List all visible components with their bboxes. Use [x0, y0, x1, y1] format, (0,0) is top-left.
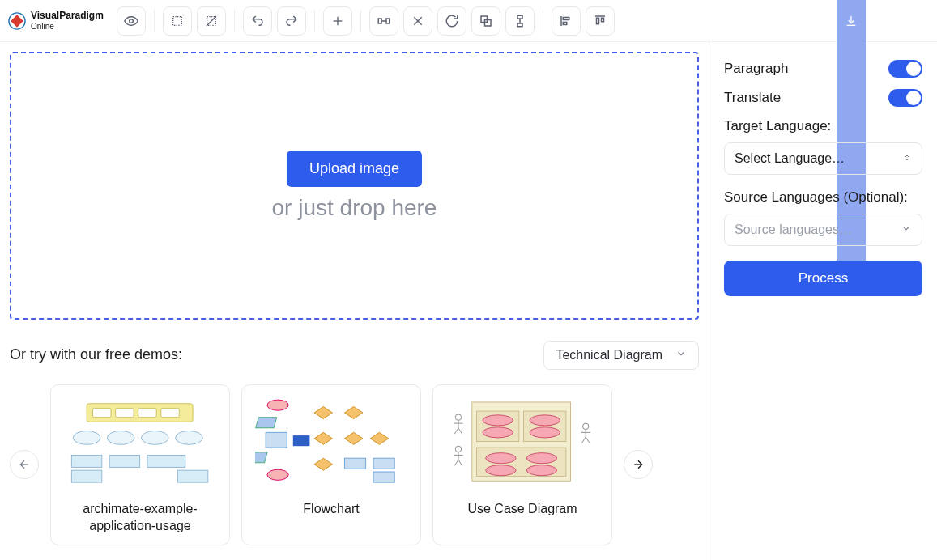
- svg-rect-22: [596, 18, 598, 24]
- upload-button[interactable]: Upload image: [287, 151, 422, 187]
- svg-rect-19: [563, 17, 569, 19]
- svg-rect-38: [147, 456, 185, 468]
- demo-card-archimate[interactable]: archimate-example-application-usage: [50, 384, 230, 545]
- demo-category-select[interactable]: Technical Diagram: [543, 341, 699, 370]
- app-logo[interactable]: VisualParadigm Online: [8, 11, 104, 30]
- svg-rect-55: [373, 472, 394, 482]
- svg-rect-8: [378, 19, 381, 23]
- demo-thumb: [56, 390, 224, 494]
- add-button[interactable]: [323, 6, 352, 36]
- demo-card-title: Flowchart: [298, 500, 364, 518]
- svg-point-32: [74, 431, 101, 445]
- undo-button[interactable]: [243, 6, 272, 36]
- logo-text-main: VisualParadigm: [31, 10, 104, 21]
- svg-point-65: [486, 465, 516, 476]
- svg-rect-36: [72, 456, 102, 468]
- target-language-value: Select Language…: [735, 151, 845, 166]
- demos-heading: Or try with our free demos:: [10, 346, 182, 363]
- svg-rect-43: [266, 433, 287, 448]
- svg-rect-37: [110, 456, 140, 468]
- align-left-button[interactable]: [552, 6, 581, 36]
- svg-point-63: [530, 427, 560, 438]
- target-language-label: Target Language:: [724, 118, 922, 134]
- svg-point-64: [486, 453, 516, 464]
- toolbar: VisualParadigm Online: [0, 0, 937, 42]
- demo-thumb: [247, 390, 415, 494]
- demo-card-title: Use Case Diagram: [462, 500, 581, 518]
- chevron-down-icon: [901, 223, 912, 237]
- rotate-button[interactable]: [437, 6, 466, 36]
- svg-point-33: [108, 431, 135, 445]
- svg-rect-42: [256, 418, 277, 428]
- group-button[interactable]: [471, 6, 500, 36]
- source-language-label: Source Languages (Optional):: [724, 189, 922, 206]
- svg-point-34: [142, 431, 169, 445]
- close-button[interactable]: [403, 6, 432, 36]
- svg-point-68: [456, 414, 462, 420]
- svg-point-35: [176, 431, 203, 445]
- logo-icon: [8, 12, 26, 30]
- split-vertical-button[interactable]: [505, 6, 535, 36]
- svg-point-66: [527, 453, 557, 464]
- svg-rect-23: [601, 18, 603, 22]
- svg-rect-40: [72, 470, 102, 482]
- carousel-next-button[interactable]: [624, 450, 653, 479]
- svg-line-77: [458, 460, 462, 465]
- options-panel: Paragraph Translate Target Language: Sel…: [709, 42, 937, 560]
- svg-line-71: [455, 428, 459, 434]
- source-language-value: Source languages…: [735, 223, 852, 237]
- svg-rect-29: [116, 409, 134, 418]
- svg-line-82: [586, 437, 590, 443]
- merge-horizontal-button[interactable]: [369, 6, 398, 36]
- svg-rect-44: [255, 452, 267, 463]
- svg-line-5: [207, 16, 216, 26]
- paragraph-toggle[interactable]: [888, 60, 922, 78]
- carousel-prev-button[interactable]: [10, 450, 39, 479]
- demo-card-flowchart[interactable]: Flowchart: [241, 384, 421, 545]
- select-button[interactable]: [163, 6, 192, 36]
- select-chevron-icon: [902, 151, 912, 166]
- drop-hint-text: or just drop here: [272, 195, 437, 221]
- svg-point-78: [583, 423, 589, 429]
- svg-point-60: [483, 415, 513, 426]
- svg-rect-30: [138, 409, 156, 418]
- source-language-select[interactable]: Source languages…: [724, 214, 922, 246]
- target-language-select[interactable]: Select Language…: [724, 142, 922, 175]
- logo-text-sub: Online: [31, 22, 104, 31]
- svg-rect-54: [373, 458, 394, 469]
- demos-carousel: archimate-example-application-usage: [10, 384, 699, 545]
- svg-marker-49: [314, 433, 332, 445]
- svg-rect-53: [345, 458, 366, 469]
- svg-point-73: [456, 446, 462, 452]
- svg-marker-51: [371, 433, 389, 445]
- demo-card-title: archimate-example-application-usage: [56, 500, 224, 535]
- redo-button[interactable]: [277, 6, 306, 36]
- svg-point-62: [530, 415, 560, 426]
- chevron-down-icon: [675, 348, 687, 363]
- svg-rect-31: [161, 409, 179, 418]
- svg-point-67: [527, 465, 557, 476]
- demo-card-usecase[interactable]: Use Case Diagram: [432, 384, 612, 545]
- svg-line-72: [458, 428, 462, 434]
- svg-rect-39: [178, 470, 208, 482]
- svg-marker-47: [314, 407, 332, 419]
- upload-dropzone[interactable]: Upload image or just drop here: [10, 52, 699, 320]
- svg-marker-50: [345, 433, 363, 445]
- svg-rect-28: [93, 409, 111, 418]
- svg-point-61: [483, 427, 513, 438]
- svg-marker-52: [314, 458, 332, 470]
- svg-rect-16: [517, 23, 522, 27]
- svg-rect-46: [293, 435, 310, 446]
- svg-line-76: [455, 460, 459, 465]
- svg-rect-20: [563, 22, 567, 24]
- svg-rect-15: [517, 15, 522, 19]
- preview-button[interactable]: [117, 6, 146, 36]
- translate-toggle[interactable]: [888, 89, 922, 107]
- paragraph-label: Paragraph: [724, 61, 788, 77]
- svg-rect-3: [172, 16, 181, 25]
- svg-point-45: [267, 469, 288, 480]
- process-button[interactable]: Process: [724, 261, 922, 296]
- deselect-button[interactable]: [197, 6, 226, 36]
- align-top-button[interactable]: [586, 6, 615, 36]
- demo-category-value: Technical Diagram: [556, 348, 662, 363]
